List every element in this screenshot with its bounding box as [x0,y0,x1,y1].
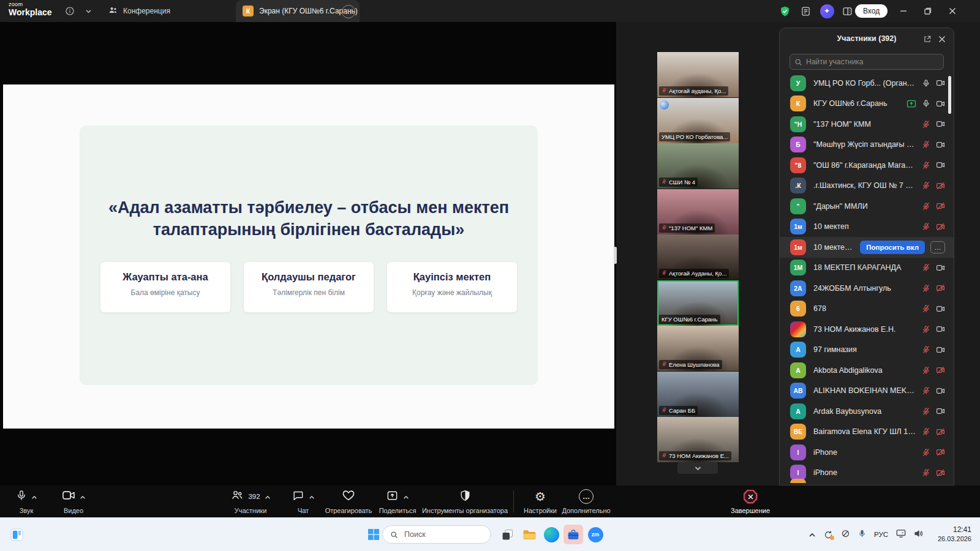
participants-title: Участники (392) [837,34,897,43]
ask-to-unmute-button[interactable]: Попросить вкл [860,241,925,254]
participant-row[interactable]: УУМЦ РО КО Горб... (Организатор, я) [780,73,954,94]
participant-name: 97 гимназия [813,345,917,354]
tab-more-icon[interactable]: … [342,5,355,18]
audio-button[interactable]: Звук [9,489,44,514]
zoom-app-icon[interactable]: zm [586,518,605,551]
participant-row[interactable]: 2А24ЖОББМ Алтынгуль [780,278,954,299]
share-chevron-icon[interactable] [403,491,409,502]
popout-icon[interactable] [922,34,933,45]
participant-row[interactable]: АAkbota Abdigalikova [780,360,954,381]
tray-sync-icon[interactable] [824,530,833,539]
taskbar-clock[interactable]: 12:41 26.03.2026 [938,525,971,544]
participants-scrollbar[interactable] [948,76,951,114]
react-button[interactable]: Отреагировать [323,489,374,514]
info-icon[interactable] [61,0,78,22]
avatar: " [790,198,806,214]
participant-name: Bairamova Elena КГУ ШЛ 1 Сарань [813,427,917,436]
minimize-icon[interactable] [894,0,913,22]
tray-display-icon[interactable] [896,529,906,541]
tray-mic-icon[interactable] [858,529,866,541]
shield-check-icon[interactable] [777,0,793,22]
participant-row[interactable]: "Н"137 НОМ" КММ [780,114,954,135]
participant-row[interactable]: "8"ОШ 86" г.Караганда Магавьянова ... [780,155,954,176]
participant-row[interactable]: ""Дарын" ММЛИ [780,196,954,217]
participant-row[interactable]: .К.г.Шахтинск, КГУ ОШ № 7 Даниленк... [780,176,954,197]
video-tile[interactable]: Ақтоғай Ауданы, Қо... [657,234,739,280]
tab-conference[interactable]: Конференция [108,0,170,22]
ai-companion-icon[interactable]: ✦ [818,0,835,22]
participant-row[interactable]: 73 НОМ Акижанов Е.Н. [780,319,954,340]
mic-muted-icon [922,325,930,334]
end-meeting-button[interactable]: Завершение [725,489,775,514]
active-app-icon[interactable] [562,518,584,551]
participants-button[interactable]: 392 Участники [222,489,279,514]
video-chevron-icon[interactable] [80,491,86,502]
signin-button[interactable]: Вход [855,4,888,18]
host-tools-button[interactable]: Инструменты организатора [425,489,505,514]
share-button[interactable]: Поделиться [375,489,420,514]
participants-chevron-icon[interactable] [265,491,271,502]
apps-icon[interactable] [839,0,855,22]
participant-row[interactable]: АArdak Baybusynova [780,401,954,422]
slide-scrollbar[interactable] [614,247,617,264]
tray-volume-icon[interactable] [914,529,924,541]
participant-row[interactable]: 1м10 мектеп әлеуметті...Попросить вкл… [780,237,954,258]
participant-more-button[interactable]: … [930,241,945,253]
tab-screen-share[interactable]: К Экран (КГУ ОШ№6 г.Сарань) [236,0,360,22]
participant-row[interactable]: 6678 [780,299,954,320]
file-explorer-icon[interactable] [519,518,539,551]
avatar: "Н [790,116,806,132]
notes-icon[interactable] [797,0,813,22]
video-button[interactable]: Видео [55,489,92,514]
avatar: Б [790,137,806,152]
camera-off-icon [936,428,945,436]
task-view-icon[interactable] [497,518,517,551]
participant-search-input[interactable] [790,54,944,70]
participant-row[interactable]: 1м10 мектеп [780,217,954,238]
filmstrip-scroll-down-button[interactable] [677,462,718,474]
taskbar-search-input[interactable] [403,530,473,539]
participant-row[interactable]: IiPhone [780,442,954,463]
video-tile[interactable]: Саран ББ [657,372,739,417]
widgets-icon[interactable] [7,518,26,551]
search-icon [794,58,802,66]
video-tile-nameplate: 73 НОМ Акижанов Е... [659,451,731,460]
participant-row[interactable]: АВALIKHAN BOKEIHAN MEKTEBI [780,381,954,402]
avatar: I [790,444,806,460]
video-tile[interactable]: Елена Шушпанова [657,326,739,371]
language-indicator[interactable]: РУС [874,531,888,538]
participant-name: "Дарын" ММЛИ [813,202,917,211]
video-tile[interactable]: СШИ № 4 [657,143,739,189]
camera-off-icon [936,366,945,374]
tray-chevron-up-icon[interactable] [809,529,816,540]
camera-icon [936,387,945,395]
participant-row[interactable]: IiPhone [780,463,954,484]
video-tile[interactable]: "137 НОМ" КММ [657,189,739,234]
camera-icon [936,305,945,313]
participant-row[interactable]: Б"Мәшһүр Жүсіп атындағы ЖББМ" К... [780,135,954,156]
maximize-icon[interactable] [919,0,937,22]
more-button[interactable]: … Дополнительно [560,489,612,514]
video-tile[interactable]: Ақтоғай ауданы, Қо... [657,52,739,97]
taskbar-search[interactable] [382,525,491,544]
video-tile-nameplate: КГУ ОШ№6 г.Сарань [659,315,720,324]
settings-button[interactable]: ⚙ Настройки [521,489,559,514]
participant-row[interactable]: ВЕBairamova Elena КГУ ШЛ 1 Сарань [780,422,954,443]
video-tile[interactable]: 73 НОМ Акижанов Е... [657,417,739,462]
card-title: Қауіпсіз мектеп [387,271,517,283]
participant-row[interactable]: 1М18 МЕКТЕП КАРАГАНДА [780,258,954,279]
tray-blocked-icon[interactable] [841,529,850,541]
participant-row[interactable]: ККГУ ОШ№6 г.Сарань [780,94,954,114]
camera-icon [62,490,75,503]
chat-chevron-icon[interactable] [309,491,315,502]
chevron-down-icon[interactable] [81,0,96,22]
video-tile-active[interactable]: КГУ ОШ№6 г.Сарань [657,280,739,326]
audio-chevron-icon[interactable] [31,491,37,502]
panel-close-icon[interactable] [937,34,948,45]
edge-browser-icon[interactable] [541,518,561,551]
close-icon[interactable] [943,0,962,22]
video-tile[interactable]: УМЦ РО КО Горбатова... [657,98,739,143]
participant-row[interactable]: А97 гимназия [780,340,954,361]
chat-button[interactable]: Чат [285,489,322,514]
start-button[interactable] [364,518,383,551]
